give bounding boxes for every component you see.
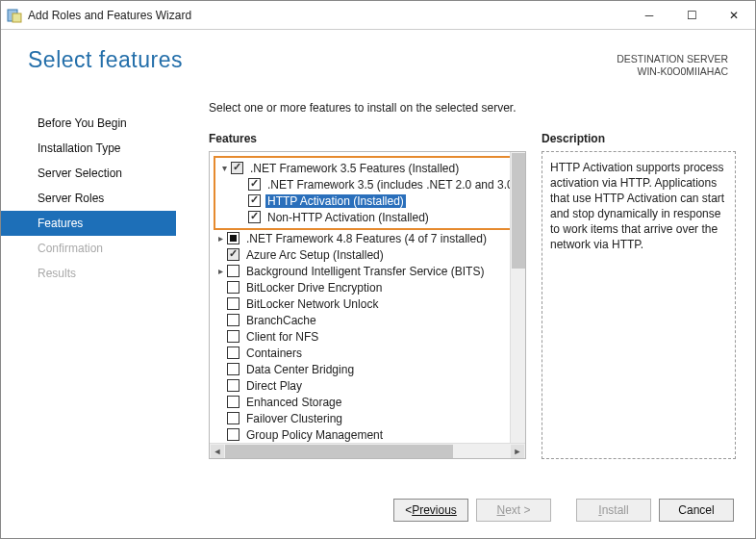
feature-row[interactable]: BranchCache <box>214 312 525 328</box>
feature-checkbox[interactable] <box>248 211 261 223</box>
feature-row[interactable]: BitLocker Drive Encryption <box>214 279 525 295</box>
feature-checkbox[interactable] <box>248 194 261 207</box>
destination-server: DESTINATION SERVER WIN-K0O0MIIAHAC <box>617 47 728 78</box>
header-area: Select features DESTINATION SERVER WIN-K… <box>1 30 755 78</box>
feature-row[interactable]: ▸.NET Framework 4.8 Features (4 of 7 ins… <box>214 230 525 246</box>
feature-row[interactable]: Group Policy Management <box>214 426 525 443</box>
feature-checkbox[interactable] <box>227 330 239 343</box>
feature-checkbox[interactable] <box>227 379 239 392</box>
expander-closed-icon[interactable]: ▸ <box>214 233 227 244</box>
expander-open-icon[interactable]: ▾ <box>217 163 231 173</box>
svg-rect-1 <box>13 13 21 22</box>
feature-label[interactable]: Failover Clustering <box>244 412 344 425</box>
window-title: Add Roles and Features Wizard <box>28 9 628 22</box>
description-heading: Description <box>542 132 736 145</box>
step-server-selection[interactable]: Server Selection <box>1 161 176 186</box>
feature-label[interactable]: .NET Framework 3.5 (includes .NET 2.0 an… <box>265 178 519 192</box>
feature-row[interactable]: Data Center Bridging <box>214 361 525 377</box>
feature-label[interactable]: .NET Framework 4.8 Features (4 of 7 inst… <box>244 232 489 245</box>
feature-row[interactable]: Failover Clustering <box>214 410 525 426</box>
instruction-text: Select one or more features to install o… <box>209 101 736 115</box>
feature-row[interactable]: .NET Framework 3.5 (includes .NET 2.0 an… <box>217 176 521 192</box>
scroll-right-icon[interactable]: ► <box>511 445 524 458</box>
previous-button[interactable]: < Previous <box>393 499 468 522</box>
horizontal-scrollbar[interactable]: ◄ ► <box>210 443 525 458</box>
feature-label[interactable]: Data Center Bridging <box>244 363 356 376</box>
next-button[interactable]: Next > <box>476 499 551 522</box>
feature-row[interactable]: Azure Arc Setup (Installed) <box>214 246 525 263</box>
footer-buttons: < Previous Next > Install Cancel <box>1 482 755 538</box>
scroll-left-icon[interactable]: ◄ <box>211 445 224 458</box>
cancel-button[interactable]: Cancel <box>659 499 734 522</box>
feature-row[interactable]: HTTP Activation (Installed) <box>217 192 521 209</box>
feature-checkbox[interactable] <box>227 412 239 424</box>
feature-checkbox[interactable] <box>227 232 239 244</box>
feature-checkbox[interactable] <box>227 396 239 408</box>
feature-label[interactable]: BitLocker Drive Encryption <box>244 281 384 295</box>
feature-row[interactable]: Containers <box>214 345 525 361</box>
feature-label[interactable]: Background Intelligent Transfer Service … <box>244 265 486 278</box>
feature-checkbox[interactable] <box>227 314 239 326</box>
feature-row[interactable]: BitLocker Network Unlock <box>214 295 525 312</box>
feature-checkbox[interactable] <box>227 248 239 261</box>
step-before-you-begin[interactable]: Before You Begin <box>1 111 176 136</box>
features-heading: Features <box>209 132 526 145</box>
panels: Features ▾.NET Framework 3.5 Features (I… <box>209 132 736 482</box>
feature-checkbox[interactable] <box>227 297 239 310</box>
feature-row[interactable]: Direct Play <box>214 377 525 394</box>
feature-row[interactable]: ▸Background Intelligent Transfer Service… <box>214 263 525 279</box>
feature-checkbox[interactable] <box>231 162 243 174</box>
highlight-box: ▾.NET Framework 3.5 Features (Installed)… <box>214 156 525 230</box>
feature-label[interactable]: HTTP Activation (Installed) <box>265 194 406 208</box>
feature-checkbox[interactable] <box>227 265 239 277</box>
feature-checkbox[interactable] <box>227 346 239 359</box>
feature-checkbox[interactable] <box>227 281 239 294</box>
feature-label[interactable]: Azure Arc Setup (Installed) <box>244 248 386 262</box>
feature-label[interactable]: Non-HTTP Activation (Installed) <box>265 211 431 224</box>
feature-label[interactable]: Direct Play <box>244 379 304 393</box>
steps-sidebar: Before You BeginInstallation TypeServer … <box>1 101 176 482</box>
feature-row[interactable]: Client for NFS <box>214 328 525 345</box>
feature-checkbox[interactable] <box>248 178 261 191</box>
feature-checkbox[interactable] <box>227 428 239 441</box>
feature-label[interactable]: BranchCache <box>244 314 318 327</box>
tree-scroll: ▾.NET Framework 3.5 Features (Installed)… <box>210 152 525 443</box>
wizard-window: Add Roles and Features Wizard ─ ☐ ✕ Sele… <box>0 0 756 539</box>
title-bar: Add Roles and Features Wizard ─ ☐ ✕ <box>1 1 755 30</box>
feature-label[interactable]: .NET Framework 3.5 Features (Installed) <box>248 162 461 175</box>
description-panel: Description HTTP Activation supports pro… <box>542 132 736 482</box>
destination-value: WIN-K0O0MIIAHAC <box>617 65 728 78</box>
feature-label[interactable]: Containers <box>244 346 304 360</box>
main-area: Before You BeginInstallation TypeServer … <box>1 78 755 482</box>
features-tree: ▾.NET Framework 3.5 Features (Installed)… <box>209 151 526 459</box>
content-area: Select one or more features to install o… <box>176 101 736 482</box>
feature-row[interactable]: Non-HTTP Activation (Installed) <box>217 209 521 225</box>
step-server-roles[interactable]: Server Roles <box>1 186 176 211</box>
destination-label: DESTINATION SERVER <box>617 53 728 65</box>
maximize-button[interactable]: ☐ <box>670 2 713 29</box>
page-title: Select features <box>28 47 617 78</box>
step-confirmation: Confirmation <box>1 236 176 261</box>
app-icon <box>7 7 22 24</box>
vertical-scrollbar[interactable] <box>510 152 525 443</box>
step-installation-type[interactable]: Installation Type <box>1 136 176 161</box>
feature-label[interactable]: Enhanced Storage <box>244 396 343 409</box>
step-results: Results <box>1 261 176 286</box>
feature-checkbox[interactable] <box>227 363 239 375</box>
feature-row[interactable]: ▾.NET Framework 3.5 Features (Installed) <box>217 160 521 176</box>
description-text: HTTP Activation supports process activat… <box>542 151 736 459</box>
install-button[interactable]: Install <box>576 499 651 522</box>
expander-closed-icon[interactable]: ▸ <box>214 266 227 276</box>
window-body: Select features DESTINATION SERVER WIN-K… <box>1 30 755 538</box>
features-panel: Features ▾.NET Framework 3.5 Features (I… <box>209 132 526 482</box>
feature-label[interactable]: Client for NFS <box>244 330 320 344</box>
feature-row[interactable]: Enhanced Storage <box>214 394 525 410</box>
close-button[interactable]: ✕ <box>713 2 755 29</box>
feature-label[interactable]: BitLocker Network Unlock <box>244 297 380 311</box>
feature-label[interactable]: Group Policy Management <box>244 428 385 442</box>
minimize-button[interactable]: ─ <box>628 2 670 29</box>
step-features[interactable]: Features <box>1 211 176 236</box>
